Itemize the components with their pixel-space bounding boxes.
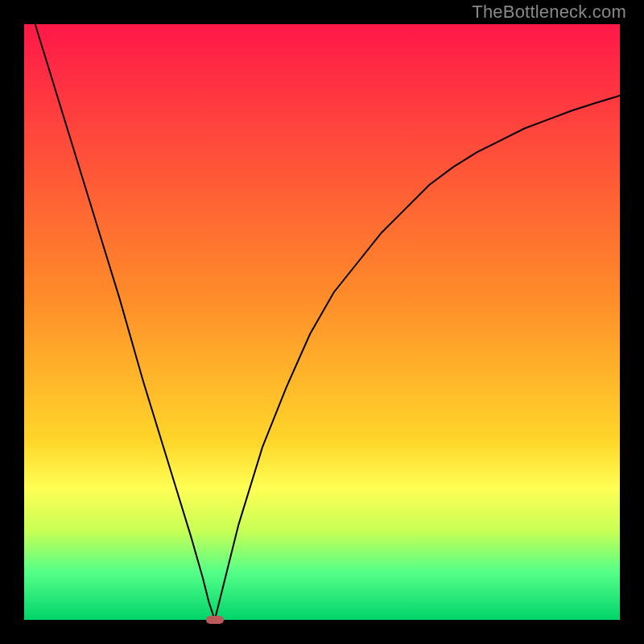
plot-area <box>24 24 620 620</box>
curve-layer <box>24 24 620 620</box>
minimum-marker <box>206 616 224 624</box>
watermark-label: TheBottleneck.com <box>472 2 626 23</box>
curve-right <box>215 96 620 620</box>
chart-container: TheBottleneck.com <box>0 0 644 644</box>
curve-left <box>24 24 215 620</box>
